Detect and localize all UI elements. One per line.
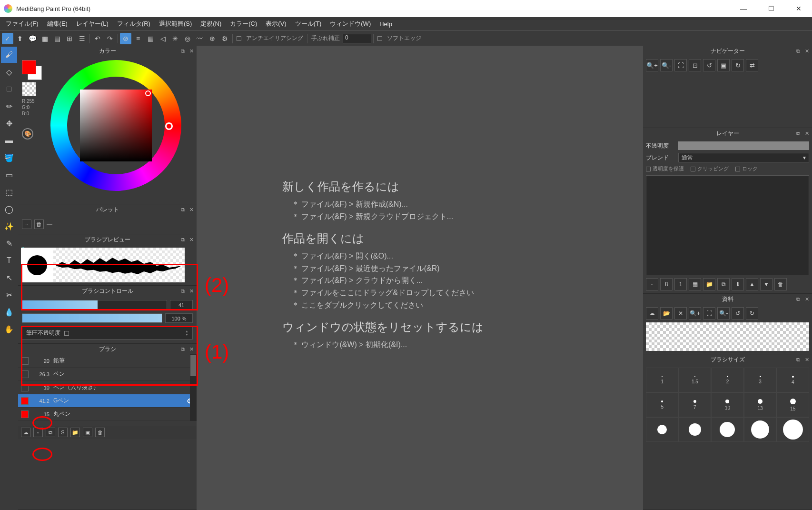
- add-palette-icon[interactable]: ▫: [22, 220, 31, 229]
- brush-opacity-slider[interactable]: [22, 313, 162, 323]
- layer-folder-icon[interactable]: 📁: [703, 278, 715, 290]
- close-panel-icon[interactable]: ✕: [803, 296, 810, 302]
- brush-size-cell[interactable]: 3: [744, 368, 777, 392]
- layer-del-icon[interactable]: 🗑: [774, 278, 787, 290]
- brush-list-item[interactable]: 20鉛筆: [18, 354, 197, 368]
- softedge-checkbox[interactable]: [377, 36, 382, 41]
- select-pen-icon[interactable]: ✎: [1, 235, 17, 251]
- brush-list-item[interactable]: 15丸ペン: [18, 408, 197, 421]
- snap-circle-icon[interactable]: ◎: [182, 33, 193, 44]
- palette-toggle-icon[interactable]: 🎨: [22, 128, 33, 140]
- script-brush-icon[interactable]: S: [58, 428, 68, 437]
- brush-size-slider[interactable]: [22, 300, 167, 310]
- cloud-sync-icon[interactable]: ✓: [2, 33, 13, 44]
- gradient-tool-icon[interactable]: ▭: [1, 167, 17, 183]
- close-panel-icon[interactable]: ✕: [188, 346, 195, 352]
- brush-size-cell[interactable]: 1: [646, 368, 679, 392]
- foreground-color[interactable]: [22, 60, 36, 74]
- move-tool-icon[interactable]: ✥: [1, 115, 17, 131]
- color-wheel[interactable]: [50, 60, 181, 191]
- pressure-checkbox[interactable]: [64, 331, 69, 336]
- fit-icon[interactable]: ⛶: [674, 59, 687, 71]
- antialias-checkbox[interactable]: [237, 36, 241, 41]
- brush-size-cell[interactable]: 15: [776, 392, 809, 417]
- folder-brush-icon[interactable]: 📁: [70, 428, 80, 437]
- menu-view[interactable]: 表示(V): [262, 19, 290, 29]
- chat-icon[interactable]: 💬: [27, 33, 38, 44]
- brush-size-cell[interactable]: [776, 417, 809, 442]
- undock-icon[interactable]: ⧉: [795, 48, 802, 54]
- page-icon[interactable]: ▤: [51, 33, 63, 44]
- res-zoomout-icon[interactable]: 🔍-: [717, 307, 730, 320]
- eraser-tool-icon[interactable]: ◇: [1, 64, 17, 80]
- layer-opacity-slider[interactable]: [678, 141, 809, 150]
- brush-size-cell[interactable]: 5: [646, 392, 679, 417]
- eyedropper-tool-icon[interactable]: 💧: [1, 304, 17, 320]
- res-fit-icon[interactable]: ⛶: [703, 307, 715, 320]
- undock-icon[interactable]: ⧉: [179, 48, 186, 54]
- res-cloud-icon[interactable]: ☁: [646, 307, 658, 320]
- protect-alpha-checkbox[interactable]: [646, 167, 651, 171]
- panel-icon[interactable]: ⊞: [64, 33, 75, 44]
- snap-radial-icon[interactable]: ✳: [169, 33, 181, 44]
- brush-list-item[interactable]: 10ペン（入り抜き）: [18, 381, 197, 394]
- brush-opacity-value[interactable]: 100 %: [165, 313, 193, 323]
- layer-merge-icon[interactable]: ⬇: [732, 278, 744, 290]
- brush-size-cell[interactable]: 7: [679, 392, 712, 417]
- select-wand-icon[interactable]: ✨: [1, 218, 17, 234]
- actual-icon[interactable]: ⊡: [689, 59, 701, 71]
- fill-tool-icon[interactable]: ▬: [1, 132, 17, 149]
- menu-edit[interactable]: 編集(E): [43, 19, 71, 29]
- brush-size-cell[interactable]: 1.5: [679, 368, 712, 392]
- dup-brush-icon[interactable]: ⧉: [46, 428, 55, 437]
- layer-dup-icon[interactable]: ⧉: [717, 278, 730, 290]
- undock-icon[interactable]: ⧉: [795, 356, 802, 363]
- bucket-tool-icon[interactable]: 🪣: [1, 150, 17, 166]
- brush-size-cell[interactable]: [711, 417, 744, 442]
- redo-icon[interactable]: ↷: [104, 33, 116, 44]
- layer-down-icon[interactable]: ▼: [760, 278, 772, 290]
- snap-grid-icon[interactable]: ▦: [145, 33, 156, 44]
- menu-layer[interactable]: レイヤー(L): [72, 19, 112, 29]
- divide-tool-icon[interactable]: ✂: [1, 287, 17, 303]
- del-brush-icon[interactable]: 🗑: [95, 428, 105, 437]
- brush-tool-icon[interactable]: 🖌: [1, 47, 17, 63]
- brush-size-cell[interactable]: 2: [711, 368, 744, 392]
- new-layer-icon[interactable]: ▫: [646, 278, 658, 290]
- undock-icon[interactable]: ⧉: [179, 346, 186, 352]
- res-rotr-icon[interactable]: ↻: [746, 307, 758, 320]
- brush-scrollbar[interactable]: [190, 354, 197, 421]
- brush-list-item[interactable]: 26.3ペン: [18, 368, 197, 381]
- hue-indicator[interactable]: [165, 122, 173, 130]
- shape-tool-icon[interactable]: □: [1, 81, 17, 97]
- snap-perspective-icon[interactable]: ◁: [157, 33, 168, 44]
- stabilizer-input[interactable]: 0: [343, 34, 371, 43]
- minimize-button[interactable]: —: [734, 1, 753, 16]
- undock-icon[interactable]: ⧉: [795, 130, 802, 137]
- sv-picker[interactable]: [80, 90, 152, 161]
- brush-size-cell[interactable]: [679, 417, 712, 442]
- close-panel-icon[interactable]: ✕: [803, 48, 810, 54]
- layer-up-icon[interactable]: ▲: [746, 278, 758, 290]
- layer-mask-icon[interactable]: ▦: [689, 278, 701, 290]
- close-button[interactable]: ✕: [789, 1, 808, 16]
- new-brush-icon[interactable]: ▫: [33, 428, 43, 437]
- layer-1-icon[interactable]: 1: [674, 278, 687, 290]
- brush-size-cell[interactable]: [646, 417, 679, 442]
- close-panel-icon[interactable]: ✕: [803, 356, 810, 363]
- zoom-out-icon[interactable]: 🔍-: [660, 59, 673, 71]
- brush-size-cell[interactable]: 13: [744, 392, 777, 417]
- upload-icon[interactable]: ⬆: [14, 33, 26, 44]
- grid1-icon[interactable]: ▦: [39, 33, 50, 44]
- close-panel-icon[interactable]: ✕: [188, 206, 195, 213]
- clipping-checkbox[interactable]: [691, 167, 695, 171]
- brush-list-item[interactable]: 41.2Gペン⚙: [18, 394, 197, 408]
- snap-curve-icon[interactable]: 〰: [194, 33, 206, 44]
- menu-filter[interactable]: フィルタ(R): [113, 19, 154, 29]
- lock-checkbox[interactable]: [735, 167, 740, 171]
- snap-vanish-icon[interactable]: ⊕: [207, 33, 218, 44]
- brush-size-cell[interactable]: 10: [711, 392, 744, 417]
- layer-list[interactable]: [646, 175, 809, 275]
- blend-select[interactable]: 通常▾: [678, 153, 809, 162]
- operation-tool-icon[interactable]: ↖: [1, 270, 17, 286]
